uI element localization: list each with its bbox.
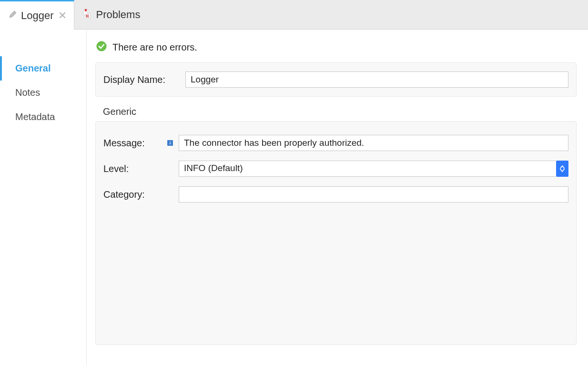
content-area: There are no errors. Display Name: Gener…	[87, 30, 588, 365]
check-circle-icon	[96, 41, 107, 54]
problems-icon	[83, 9, 92, 20]
tab-label: Problems	[96, 9, 141, 21]
message-label: Message:	[103, 138, 161, 149]
tab-problems[interactable]: Problems	[74, 0, 150, 29]
sidebar-item-label: General	[15, 63, 51, 73]
svg-point-4	[97, 41, 106, 51]
tab-label: Logger	[21, 10, 54, 22]
sidebar-item-notes[interactable]: Notes	[0, 81, 86, 105]
status-message: There are no errors.	[112, 42, 197, 53]
section-title-generic: Generic	[103, 106, 577, 117]
svg-point-1	[84, 9, 87, 11]
status-row: There are no errors.	[96, 41, 577, 54]
sidebar-item-label: Metadata	[15, 112, 55, 122]
sidebar-item-general[interactable]: General	[0, 56, 86, 81]
info-icon: i	[167, 140, 173, 146]
display-name-label: Display Name:	[103, 74, 180, 85]
display-name-input[interactable]	[185, 71, 568, 88]
level-label: Level:	[103, 163, 161, 174]
generic-panel: Message: i Level: INFO (Default)	[95, 121, 577, 345]
sidebar: General Notes Metadata	[0, 30, 87, 365]
sidebar-item-label: Notes	[15, 87, 40, 98]
level-select[interactable]: INFO (Default)	[179, 161, 568, 177]
category-label: Category:	[103, 189, 161, 200]
message-input[interactable]	[179, 135, 568, 151]
close-icon[interactable]	[60, 10, 65, 20]
level-select-value: INFO (Default)	[179, 161, 568, 177]
pencil-icon	[9, 10, 17, 21]
category-input[interactable]	[179, 186, 568, 203]
display-name-panel: Display Name:	[95, 62, 577, 97]
sidebar-item-metadata[interactable]: Metadata	[0, 105, 86, 129]
tab-bar: Logger Problems	[0, 0, 588, 30]
tab-logger[interactable]: Logger	[0, 0, 74, 30]
